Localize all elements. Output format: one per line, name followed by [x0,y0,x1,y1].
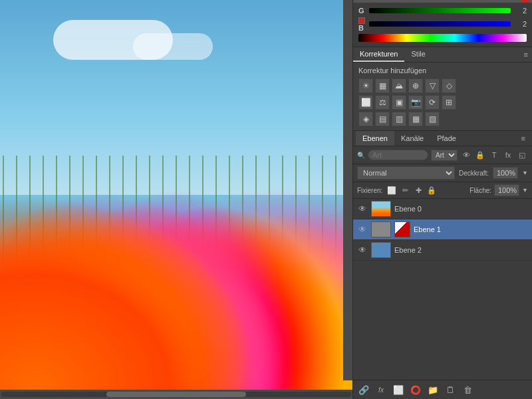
layer-smart-icon[interactable]: ◱ [516,149,528,161]
korr-channel-icon[interactable]: ⟳ [425,95,440,110]
layers-list: 👁 Ebene 0 👁 Ebene 1 👁 [353,199,532,380]
korr-exposure-icon[interactable]: ⊕ [408,78,423,93]
korr-brightness-icon[interactable]: ☀ [358,78,373,93]
g-channel-label: G [358,7,366,15]
flaeche-input[interactable] [494,184,519,196]
fix-lock-icon[interactable]: 🔒 [426,185,437,196]
layer-lock-icon[interactable]: 🔒 [474,149,486,161]
layers-bottom-toolbar: 🔗 fx ⬜ ⭕ 📁 🗒 🗑 [353,380,532,399]
toolbar-icons-right: 👁 🔒 T fx ◱ [460,149,528,161]
search-icon: 🔍 [357,152,365,159]
thumb-red-square [395,222,410,237]
mask-icon[interactable]: ⭕ [409,383,422,396]
korr-grid-icon[interactable]: ⊞ [442,95,456,110]
b-slider-fill [369,21,511,27]
thumb-blue-bg [372,243,390,257]
tab-korrekturen[interactable]: Korrekturen [353,47,404,62]
layer-item-ebene2[interactable]: 👁 Ebene 2 [353,240,532,261]
b-channel-value: 2 [513,20,527,28]
layer-item-ebene0[interactable]: 👁 Ebene 0 [353,199,532,219]
layer-eye-ebene2[interactable]: 👁 [357,245,368,255]
fixieren-row: Fixieren: ⬜ ✏ ✚ 🔒 Fläche: ▼ [353,182,532,199]
g-channel-value: 2 [513,7,527,15]
korr-selectivecolor-icon[interactable]: ▧ [425,112,440,126]
fx-icon[interactable]: fx [374,383,388,396]
korr-invert-icon[interactable]: ◈ [358,112,373,126]
link-icon[interactable]: 🔗 [357,383,370,396]
layers-search-input[interactable] [372,151,424,159]
fix-move-icon[interactable]: ✚ [413,185,424,196]
scrollbar-track-h [1,392,351,397]
channel-row-g: G 2 [358,7,527,15]
tab-pfade[interactable]: Pfade [430,131,463,146]
color-channels-panel: G 2 B 2 [353,3,532,47]
korr-gradient-icon[interactable]: ▽ [425,78,440,93]
layer-name-ebene0: Ebene 0 [394,205,528,213]
b-channel-slider[interactable] [369,21,511,27]
korr-vibrance-icon[interactable]: ◇ [442,78,456,93]
korr-colorbalance-icon[interactable]: ⚖ [375,95,390,110]
layer-item-ebene1[interactable]: 👁 Ebene 1 [353,219,532,240]
fix-pixel-icon[interactable]: ⬜ [386,185,397,196]
canvas-scrollbar-horizontal[interactable] [0,390,352,399]
opacity-label: Deckkraft: [459,170,489,177]
cloud-2 [133,33,213,60]
tab-ebenen[interactable]: Ebenen [356,131,394,146]
korr-hue-icon[interactable]: ⬜ [358,95,373,110]
layer-thumbnail-ebene0 [371,201,391,217]
opacity-arrow[interactable]: ▼ [522,170,528,176]
korrektur-title: Korrektur hinzufügen [358,66,527,74]
layer-eye-ebene1[interactable]: 👁 [357,224,368,235]
korrektur-icons-row2: ⬜ ⚖ ▣ 📷 ⟳ ⊞ [358,95,527,110]
color-gradient-bar[interactable] [358,34,527,42]
fix-brush-icon[interactable]: ✏ [400,185,410,196]
layer-thumbnail-ebene1 [371,221,391,237]
korr-photo-icon[interactable]: 📷 [408,95,423,110]
layers-search-box[interactable] [368,150,428,160]
filter-type-select[interactable]: Art [431,150,458,161]
g-slider-fill [369,8,511,13]
fixieren-label: Fixieren: [357,187,382,194]
delete-layer-icon[interactable]: 🗑 [461,383,474,396]
korr-poster-icon[interactable]: ▤ [375,112,390,126]
korr-bw-icon[interactable]: ▣ [392,95,406,110]
tulips-flowers [0,117,352,390]
thumb-tulips-bg [372,201,390,216]
panel-menu-button[interactable]: ≡ [520,48,532,61]
layer-name-ebene2: Ebene 2 [394,246,528,254]
tab-stile[interactable]: Stile [404,47,432,62]
canvas-content [0,0,352,390]
layer-visibility-icon[interactable]: 👁 [460,149,472,161]
layer-eye-ebene0[interactable]: 👁 [357,203,368,214]
canvas-scrollbar-vertical[interactable] [343,0,352,380]
layers-tab-menu[interactable]: ≡ [517,131,529,146]
adjustment-icon[interactable]: ⬜ [392,383,405,396]
korrektur-icons-row3: ◈ ▤ ▥ ▦ ▧ [358,112,527,126]
flaeche-label: Fläche: [469,187,491,194]
layer-mask-ebene1 [394,221,410,237]
blend-mode-select[interactable]: Normal [357,166,455,180]
layer-text-icon[interactable]: T [488,149,500,161]
channel-row-b: B 2 [358,16,527,32]
korr-gradient2-icon[interactable]: ▦ [408,112,423,126]
korr-curves-icon[interactable]: ⛰ [392,78,406,93]
layer-name-ebene1: Ebene 1 [414,225,528,233]
canvas-area [0,0,352,399]
korrekturen-panel: Korrektur hinzufügen ☀ ▦ ⛰ ⊕ ▽ ◇ ⬜ ⚖ ▣ 📷… [353,63,532,131]
group-icon[interactable]: 📁 [426,383,440,396]
new-layer-icon[interactable]: 🗒 [444,383,457,396]
tab-kanaele[interactable]: Kanäle [394,131,430,146]
g-channel-slider[interactable] [369,8,511,13]
layer-thumbnail-ebene2 [371,242,391,258]
opacity-input[interactable] [493,167,518,179]
korrektur-icons-row1: ☀ ▦ ⛰ ⊕ ▽ ◇ [358,78,527,93]
layer-effect-icon[interactable]: fx [502,149,514,161]
korr-levels-icon[interactable]: ▦ [375,78,390,93]
thumb-mask-bg [372,222,390,237]
flaeche-arrow[interactable]: ▼ [522,187,528,194]
blend-mode-row: Normal Deckkraft: ▼ [353,164,532,182]
korr-threshold-icon[interactable]: ▥ [392,112,406,126]
layers-toolbar: 🔍 Art 👁 🔒 T fx ◱ [353,146,532,164]
b-channel-label: B [358,16,366,32]
scrollbar-thumb-h[interactable] [106,392,246,397]
